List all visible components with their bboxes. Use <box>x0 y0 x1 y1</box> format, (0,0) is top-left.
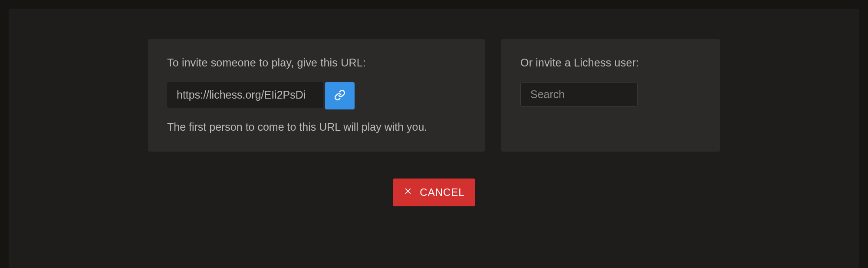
page-background: To invite someone to play, give this URL… <box>9 9 859 268</box>
link-icon <box>334 89 345 102</box>
invite-url-field[interactable] <box>167 82 323 108</box>
cancel-button[interactable]: CANCEL <box>393 179 475 206</box>
invite-user-panel: Or invite a Lichess user: <box>501 39 720 152</box>
invite-url-heading: To invite someone to play, give this URL… <box>167 56 466 69</box>
invite-url-panel: To invite someone to play, give this URL… <box>148 39 485 152</box>
copy-url-button[interactable] <box>325 82 355 109</box>
cancel-button-label: CANCEL <box>420 186 464 199</box>
close-icon <box>403 186 413 199</box>
user-search-input[interactable] <box>520 82 638 107</box>
invite-help-text: The first person to come to this URL wil… <box>167 121 466 133</box>
panels-container: To invite someone to play, give this URL… <box>148 39 720 152</box>
url-row <box>167 82 466 109</box>
invite-user-heading: Or invite a Lichess user: <box>520 56 701 69</box>
cancel-row: CANCEL <box>9 179 859 206</box>
